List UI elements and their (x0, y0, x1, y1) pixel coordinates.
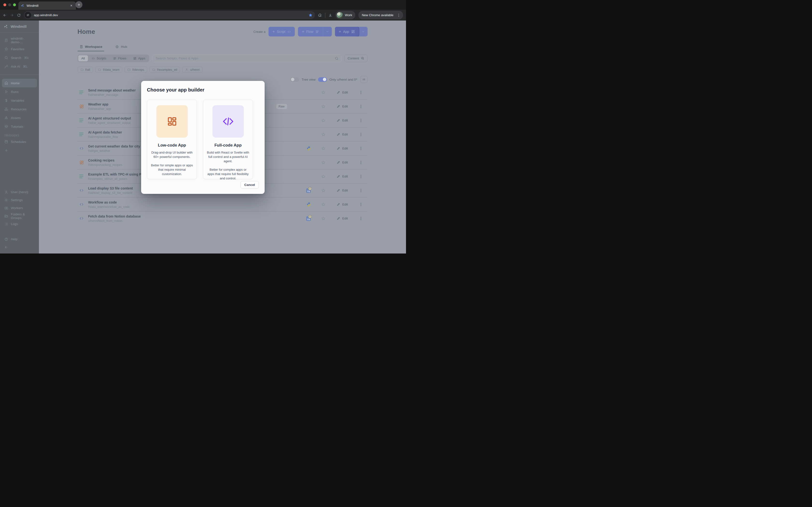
favorite-star-button[interactable] (320, 131, 326, 137)
tab-hub[interactable]: Hub (113, 45, 129, 51)
favorite-star-button[interactable] (320, 201, 326, 208)
code-icon (222, 116, 234, 127)
chip-u-henri[interactable]: u/henri (182, 67, 203, 73)
filter-scripts[interactable]: Scripts (89, 55, 109, 61)
chip-f-examples-etl[interactable]: f/examples_etl (149, 67, 180, 73)
sidebar-item-workers[interactable]: Workers (2, 204, 37, 212)
collapse-sidebar-button[interactable] (2, 243, 37, 251)
only-owner-toggle[interactable] (318, 77, 327, 82)
pencil-icon (337, 91, 340, 94)
sidebar-item-runs[interactable]: Runs (2, 88, 37, 96)
sidebar-item-workspace[interactable]: windmill-demo-... (2, 36, 37, 45)
tree-view-toggle[interactable] (290, 77, 299, 82)
close-tab-icon[interactable]: × (69, 3, 73, 8)
chip-f-devops[interactable]: f/devops (124, 67, 147, 73)
chrome-update-button[interactable]: New Chrome available ⋮ (358, 11, 403, 19)
back-icon[interactable] (3, 13, 7, 17)
edit-button[interactable]: Edit (335, 90, 349, 95)
chip-f-data-team[interactable]: f/data_team (95, 67, 122, 73)
downloads-icon[interactable] (328, 13, 332, 17)
favorite-star-button[interactable] (320, 159, 326, 166)
sidebar-item-search[interactable]: Search ⌘k (2, 53, 37, 62)
tab-workspace[interactable]: Workspace (78, 45, 104, 51)
edit-button[interactable]: Edit (335, 160, 349, 164)
sidebar-item-favorites[interactable]: Favorites (2, 45, 37, 53)
sidebar-item-tutorials[interactable]: Tutorials (2, 122, 37, 131)
favorite-star-button[interactable] (320, 145, 326, 152)
list-item[interactable]: Workflow as code f/data_team/workflow_as… (78, 197, 367, 211)
edit-button[interactable]: Edit (335, 146, 349, 151)
windmill-logo[interactable]: Windmill (0, 20, 39, 33)
row-menu-button[interactable]: ⋮ (358, 216, 364, 221)
edit-button[interactable]: Edit (335, 118, 349, 122)
bookmark-star-icon[interactable] (309, 13, 312, 17)
filter-apps[interactable]: Apps (130, 55, 149, 61)
edit-button[interactable]: Edit (335, 188, 349, 192)
minimize-window-button[interactable] (8, 3, 11, 6)
assets-label: Assets (11, 116, 21, 120)
sidebar-item-assets[interactable]: Assets (2, 113, 37, 122)
flow-icon (79, 91, 88, 94)
sidebar-item-user[interactable]: User (henri) (2, 188, 37, 196)
sidebar-item-add-trigger[interactable] (2, 146, 37, 155)
row-menu-button[interactable]: ⋮ (358, 118, 364, 123)
reload-icon[interactable] (17, 13, 21, 17)
edit-button[interactable]: Edit (335, 216, 349, 220)
help-label: Help (11, 237, 18, 241)
site-info-icon[interactable] (24, 12, 31, 18)
favorite-star-button[interactable] (320, 103, 326, 110)
forward-icon[interactable] (10, 13, 14, 17)
favorite-star-button[interactable] (320, 215, 326, 222)
browser-tab[interactable]: Windmill × (18, 1, 76, 10)
chip-f-all[interactable]: f/all (78, 67, 93, 73)
edit-button[interactable]: Edit (335, 174, 349, 178)
favorite-star-button[interactable] (320, 173, 326, 180)
flow-dropdown-chevron[interactable] (323, 27, 332, 37)
display-settings-button[interactable] (360, 76, 367, 83)
address-bar[interactable]: app.windmill.dev (24, 11, 315, 19)
sidebar-item-help[interactable]: Help (2, 235, 37, 243)
sidebar-item-home[interactable]: Home (2, 79, 37, 88)
sidebar-item-folders-groups[interactable]: Folders & Groups (2, 212, 37, 220)
browser-menu-icon[interactable]: ⋮ (396, 13, 401, 17)
favorite-star-button[interactable] (320, 117, 326, 124)
row-menu-button[interactable]: ⋮ (358, 174, 364, 179)
cancel-button[interactable]: Cancel (241, 181, 259, 188)
search-box[interactable] (152, 55, 342, 62)
create-app-button[interactable]: + App (335, 27, 367, 37)
search-input[interactable] (155, 56, 333, 60)
row-menu-button[interactable]: ⋮ (358, 187, 364, 193)
edit-button[interactable]: Edit (335, 202, 349, 207)
close-window-button[interactable] (3, 3, 6, 6)
low-code-app-card[interactable]: Low-code App Drag-and-drop UI builder wi… (147, 100, 197, 179)
filter-all[interactable]: All (78, 55, 88, 61)
list-item[interactable]: Fetch data from Notion database u/henri/… (78, 211, 367, 225)
row-menu-button[interactable]: ⋮ (358, 104, 364, 109)
sidebar-item-settings[interactable]: Settings (2, 196, 37, 204)
row-menu-button[interactable]: ⋮ (358, 131, 364, 137)
sidebar-item-ask-ai[interactable]: Ask AI ⌘L (2, 62, 37, 71)
app-dropdown-chevron[interactable] (359, 27, 367, 37)
row-menu-button[interactable]: ⋮ (358, 90, 364, 95)
create-script-button[interactable]: + Script (268, 27, 295, 37)
row-menu-button[interactable]: ⋮ (358, 146, 364, 151)
extensions-icon[interactable] (318, 13, 322, 17)
favorite-star-button[interactable] (320, 187, 326, 193)
new-tab-button[interactable]: + (75, 1, 83, 8)
full-code-app-card[interactable]: Full-code App Build with React or Svelte… (203, 100, 253, 179)
sidebar-item-schedules[interactable]: Schedules (2, 137, 37, 146)
sidebar-item-variables[interactable]: Variables (2, 96, 37, 105)
row-menu-button[interactable]: ⋮ (358, 160, 364, 165)
sidebar-item-logs[interactable]: Logs (2, 220, 37, 228)
screen: Windmill × + app.windmill.dev (0, 0, 406, 253)
edit-button[interactable]: Edit (335, 104, 349, 108)
filter-flows[interactable]: Flows (110, 55, 130, 61)
profile-button[interactable]: Work (336, 11, 355, 19)
edit-button[interactable]: Edit (335, 132, 349, 136)
row-menu-button[interactable]: ⋮ (358, 202, 364, 207)
zoom-window-button[interactable] (13, 3, 16, 6)
sidebar-item-resources[interactable]: Resources (2, 105, 37, 113)
create-flow-button[interactable]: + Flow (298, 27, 332, 37)
content-search-button[interactable]: Content (344, 55, 367, 62)
favorite-star-button[interactable] (320, 89, 326, 96)
